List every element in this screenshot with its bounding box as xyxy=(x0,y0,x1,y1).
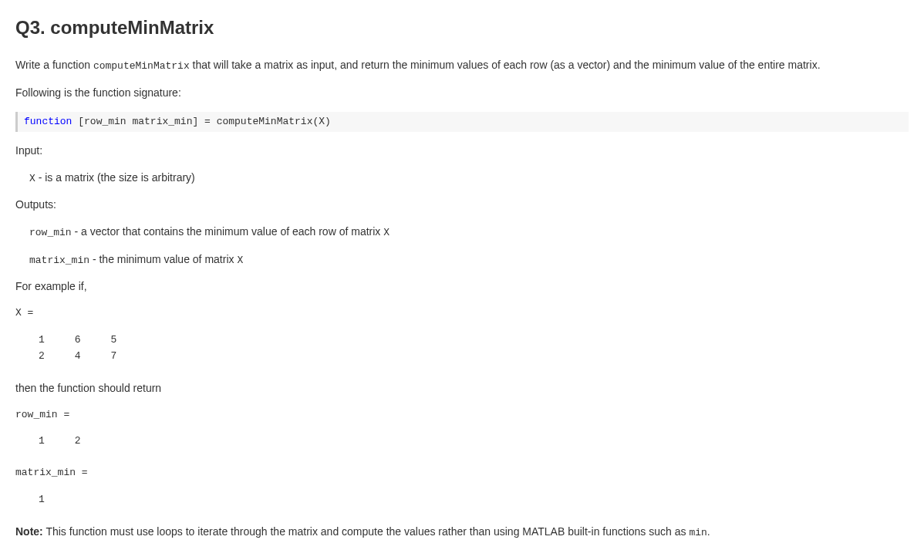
note-text-post: . xyxy=(707,525,710,538)
output-rowmin-line: row_min - a vector that contains the min… xyxy=(15,224,909,241)
output-rowmin-code: row_min xyxy=(29,227,72,238)
input-x-desc: - is a matrix (the size is arbitrary) xyxy=(35,171,195,184)
input-x-code: X xyxy=(29,173,35,184)
output-matrixmin-code: matrix_min xyxy=(29,255,89,266)
output-label: Outputs: xyxy=(15,197,909,213)
note-code: min xyxy=(689,527,706,538)
rowmin-values: 1 2 xyxy=(39,433,909,450)
note-bold: Note: xyxy=(15,525,43,538)
matrixmin-header: matrix_min = xyxy=(15,465,909,481)
signature-label: Following is the function signature: xyxy=(15,85,909,101)
example-x-header: X = xyxy=(15,305,909,322)
signature-keyword: function xyxy=(24,116,72,127)
example-x-matrix: 1 6 5 2 4 7 xyxy=(39,332,909,365)
output-matrixmin-xcode: X xyxy=(237,255,243,266)
function-signature: function [row_min matrix_min] = computeM… xyxy=(15,112,909,132)
signature-rest: [row_min matrix_min] = computeMinMatrix(… xyxy=(72,116,330,127)
output-matrixmin-desc: - the minimum value of matrix xyxy=(89,253,237,265)
note-paragraph: Note: This function must use loops to it… xyxy=(15,524,909,541)
intro-text-pre: Write a function xyxy=(15,59,93,71)
note-text-pre: This function must use loops to iterate … xyxy=(43,525,690,538)
input-label: Input: xyxy=(15,143,909,159)
question-title: Q3. computeMinMatrix xyxy=(15,14,909,42)
input-x-line: X - is a matrix (the size is arbitrary) xyxy=(15,170,909,187)
example-label: For example if, xyxy=(15,278,909,295)
output-rowmin-desc: - a vector that contains the minimum val… xyxy=(72,225,384,238)
intro-text-post: that will take a matrix as input, and re… xyxy=(190,59,821,71)
intro-code: computeMinMatrix xyxy=(93,60,190,72)
intro-paragraph: Write a function computeMinMatrix that w… xyxy=(15,57,909,74)
rowmin-header: row_min = xyxy=(15,407,909,423)
matrixmin-value: 1 xyxy=(39,492,909,508)
output-rowmin-xcode: X xyxy=(383,227,389,238)
output-matrixmin-line: matrix_min - the minimum value of matrix… xyxy=(15,251,909,268)
then-label: then the function should return xyxy=(15,380,909,396)
